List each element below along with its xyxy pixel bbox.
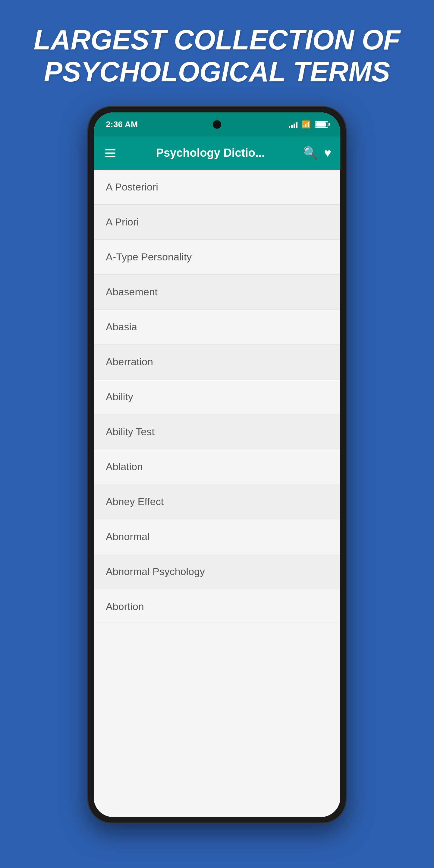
list-item-label: Ability bbox=[106, 391, 133, 403]
terms-list: A PosterioriA PrioriA-Type PersonalityAb… bbox=[94, 170, 340, 817]
list-item-label: Abney Effect bbox=[106, 496, 164, 507]
app-title: Psychology Dictio... bbox=[124, 147, 297, 159]
list-item-label: A-Type Personality bbox=[106, 251, 192, 263]
list-item-label: A Posteriori bbox=[106, 181, 158, 193]
favorites-heart-icon[interactable]: ♥ bbox=[324, 146, 331, 160]
list-item[interactable]: Abnormal Psychology bbox=[94, 554, 340, 589]
list-item[interactable]: Ablation bbox=[94, 450, 340, 484]
list-item-label: Ability Test bbox=[106, 426, 155, 438]
list-item-label: Abasia bbox=[106, 321, 137, 333]
status-time: 2:36 AM bbox=[106, 120, 138, 129]
hamburger-menu-button[interactable] bbox=[103, 147, 118, 159]
wifi-icon: 📶 bbox=[302, 120, 311, 129]
list-item[interactable]: Abasia bbox=[94, 310, 340, 344]
list-item[interactable]: A Priori bbox=[94, 205, 340, 240]
list-item-label: Ablation bbox=[106, 461, 143, 472]
phone-container: 2:36 AM 📶 Psychology Dictio... 🔍 ♥ bbox=[87, 106, 347, 824]
status-icons: 📶 bbox=[289, 120, 328, 129]
signal-icon bbox=[289, 121, 298, 128]
list-item-label: A Priori bbox=[106, 216, 139, 228]
battery-icon bbox=[315, 121, 328, 128]
list-item-label: Abasement bbox=[106, 286, 158, 298]
header-text: LARGEST COLLECTION OF PSYCHOLOGICAL TERM… bbox=[0, 24, 434, 88]
list-item[interactable]: Abnormal bbox=[94, 519, 340, 554]
list-item[interactable]: Abortion bbox=[94, 589, 340, 624]
list-item[interactable]: Aberration bbox=[94, 344, 340, 379]
list-item[interactable]: A-Type Personality bbox=[94, 240, 340, 275]
list-item-label: Abnormal bbox=[106, 531, 150, 542]
list-item-label: Abortion bbox=[106, 601, 144, 613]
list-item-label: Aberration bbox=[106, 356, 153, 368]
list-item[interactable]: Abasement bbox=[94, 275, 340, 310]
search-icon[interactable]: 🔍 bbox=[303, 146, 318, 160]
phone-inner: 2:36 AM 📶 Psychology Dictio... 🔍 ♥ bbox=[94, 113, 340, 817]
list-item[interactable]: Ability bbox=[94, 379, 340, 414]
app-bar: Psychology Dictio... 🔍 ♥ bbox=[94, 136, 340, 170]
list-item[interactable]: Ability Test bbox=[94, 414, 340, 450]
list-item-label: Abnormal Psychology bbox=[106, 566, 205, 578]
list-item[interactable]: A Posteriori bbox=[94, 170, 340, 205]
status-bar: 2:36 AM 📶 bbox=[94, 113, 340, 136]
battery-fill bbox=[316, 122, 326, 127]
list-item[interactable]: Abney Effect bbox=[94, 484, 340, 519]
camera-dot bbox=[213, 120, 221, 129]
